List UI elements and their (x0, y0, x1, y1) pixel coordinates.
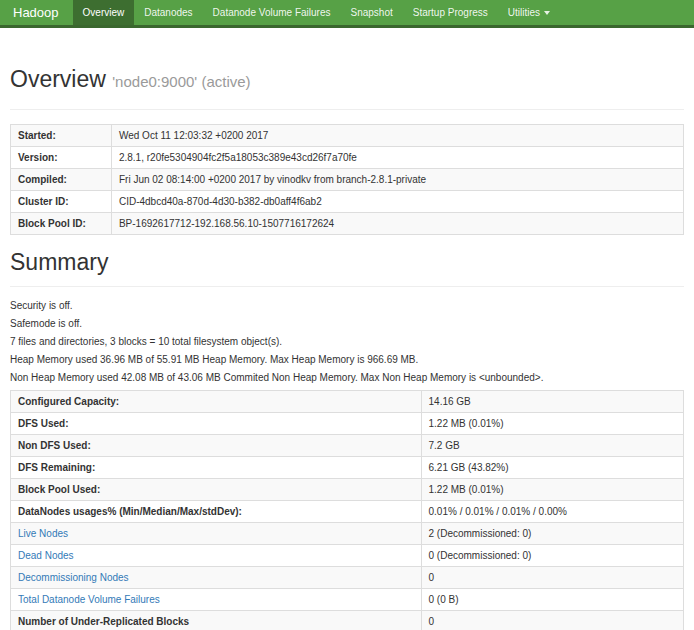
table-row: Compiled:Fri Jun 02 08:14:00 +0200 2017 … (11, 169, 684, 191)
summary-note: Heap Memory used 36.96 MB of 55.91 MB He… (10, 354, 684, 365)
table-row: Decommissioning Nodes0 (11, 567, 684, 589)
row-value: 6.21 GB (43.82%) (421, 457, 683, 479)
table-row: DFS Used:1.22 MB (0.01%) (11, 413, 684, 435)
row-label-number-of-under-replicated-blocks: Number of Under-Replicated Blocks (11, 611, 422, 630)
row-label-configured-capacity: Configured Capacity: (11, 391, 422, 413)
nav-item-overview[interactable]: Overview (73, 0, 135, 25)
summary-table-body: Configured Capacity:14.16 GBDFS Used:1.2… (11, 391, 684, 630)
link-decommissioning-nodes[interactable]: Decommissioning Nodes (18, 572, 129, 583)
nav-item-utilities[interactable]: Utilities (498, 0, 560, 25)
row-label-total-datanode-volume-failures: Total Datanode Volume Failures (11, 589, 422, 611)
row-value: Wed Oct 11 12:03:32 +0200 2017 (111, 125, 683, 147)
namenode-address-label: 'node0:9000' (active) (112, 73, 250, 90)
summary-table: Configured Capacity:14.16 GBDFS Used:1.2… (10, 390, 684, 630)
page-title-overview: Overview 'node0:9000' (active) (10, 66, 684, 93)
nav-item-datanodes[interactable]: Datanodes (134, 0, 202, 25)
row-label-datanodes-usages-min-median-max-stddev: DataNodes usages% (Min/Median/Max/stdDev… (11, 501, 422, 523)
row-label-block-pool-id: Block Pool ID: (11, 213, 112, 235)
nav-item-datanode-volume-failures[interactable]: Datanode Volume Failures (203, 0, 341, 25)
table-row: Dead Nodes0 (Decommissioned: 0) (11, 545, 684, 567)
table-row: Started:Wed Oct 11 12:03:32 +0200 2017 (11, 125, 684, 147)
table-row: Non DFS Used:7.2 GB (11, 435, 684, 457)
row-value: 0 (421, 567, 683, 589)
table-row: Block Pool ID:BP-1692617712-192.168.56.1… (11, 213, 684, 235)
page-content: Overview 'node0:9000' (active) Started:W… (0, 66, 694, 630)
row-value: 7.2 GB (421, 435, 683, 457)
namenode-info-table: Started:Wed Oct 11 12:03:32 +0200 2017Ve… (10, 124, 684, 235)
row-label-dead-nodes: Dead Nodes (11, 545, 422, 567)
table-row: DataNodes usages% (Min/Median/Max/stdDev… (11, 501, 684, 523)
row-value: CID-4dbcd40a-870d-4d30-b382-db0aff4f6ab2 (111, 191, 683, 213)
row-value: 2 (Decommissioned: 0) (421, 523, 683, 545)
summary-notes: Security is off.Safemode is off.7 files … (10, 300, 684, 383)
page-title-summary: Summary (10, 249, 684, 276)
navbar-brand[interactable]: Hadoop (0, 0, 73, 25)
row-label-block-pool-used: Block Pool Used: (11, 479, 422, 501)
nav-item-label: Overview (83, 7, 125, 18)
link-total-datanode-volume-failures[interactable]: Total Datanode Volume Failures (18, 594, 160, 605)
table-row: Version:2.8.1, r20fe5304904fc2f5a18053c3… (11, 147, 684, 169)
chevron-down-icon (544, 11, 550, 15)
row-value: 2.8.1, r20fe5304904fc2f5a18053c389e43cd2… (111, 147, 683, 169)
navbar-nav: OverviewDatanodesDatanode Volume Failure… (73, 0, 560, 25)
nav-item-label: Snapshot (350, 7, 392, 18)
summary-note: Non Heap Memory used 42.08 MB of 43.06 M… (10, 372, 684, 383)
nav-item-label: Datanode Volume Failures (213, 7, 331, 18)
summary-note: Safemode is off. (10, 318, 684, 329)
row-label-started: Started: (11, 125, 112, 147)
row-label-non-dfs-used: Non DFS Used: (11, 435, 422, 457)
row-label-decommissioning-nodes: Decommissioning Nodes (11, 567, 422, 589)
nav-item-startup-progress[interactable]: Startup Progress (403, 0, 498, 25)
nav-item-label: Startup Progress (413, 7, 488, 18)
link-live-nodes[interactable]: Live Nodes (18, 528, 68, 539)
row-value: 1.22 MB (0.01%) (421, 479, 683, 501)
table-row: Block Pool Used:1.22 MB (0.01%) (11, 479, 684, 501)
table-row: Cluster ID:CID-4dbcd40a-870d-4d30-b382-d… (11, 191, 684, 213)
row-value: 0 (421, 611, 683, 630)
row-value: Fri Jun 02 08:14:00 +0200 2017 by vinodk… (111, 169, 683, 191)
nav-item-label: Datanodes (144, 7, 192, 18)
table-row: Configured Capacity:14.16 GB (11, 391, 684, 413)
row-label-version: Version: (11, 147, 112, 169)
summary-note: Security is off. (10, 300, 684, 311)
table-row: Total Datanode Volume Failures0 (0 B) (11, 589, 684, 611)
overview-title-text: Overview (10, 66, 106, 92)
row-value: 0 (Decommissioned: 0) (421, 545, 683, 567)
divider (10, 109, 684, 110)
row-label-dfs-remaining: DFS Remaining: (11, 457, 422, 479)
row-label-compiled: Compiled: (11, 169, 112, 191)
row-label-dfs-used: DFS Used: (11, 413, 422, 435)
divider (10, 286, 684, 287)
row-value: 1.22 MB (0.01%) (421, 413, 683, 435)
namenode-info-table-body: Started:Wed Oct 11 12:03:32 +0200 2017Ve… (11, 125, 684, 235)
summary-table-wrap: Configured Capacity:14.16 GBDFS Used:1.2… (10, 390, 684, 630)
navbar: Hadoop OverviewDatanodesDatanode Volume … (0, 0, 694, 28)
summary-note: 7 files and directories, 3 blocks = 10 t… (10, 336, 684, 347)
link-dead-nodes[interactable]: Dead Nodes (18, 550, 74, 561)
table-row: DFS Remaining:6.21 GB (43.82%) (11, 457, 684, 479)
summary-title-text: Summary (10, 249, 108, 275)
row-label-cluster-id: Cluster ID: (11, 191, 112, 213)
nav-item-label: Utilities (508, 7, 540, 18)
row-value: BP-1692617712-192.168.56.10-150771617262… (111, 213, 683, 235)
table-row: Live Nodes2 (Decommissioned: 0) (11, 523, 684, 545)
row-value: 0.01% / 0.01% / 0.01% / 0.00% (421, 501, 683, 523)
nav-item-snapshot[interactable]: Snapshot (340, 0, 402, 25)
table-row: Number of Under-Replicated Blocks0 (11, 611, 684, 630)
row-value: 0 (0 B) (421, 589, 683, 611)
row-label-live-nodes: Live Nodes (11, 523, 422, 545)
row-value: 14.16 GB (421, 391, 683, 413)
